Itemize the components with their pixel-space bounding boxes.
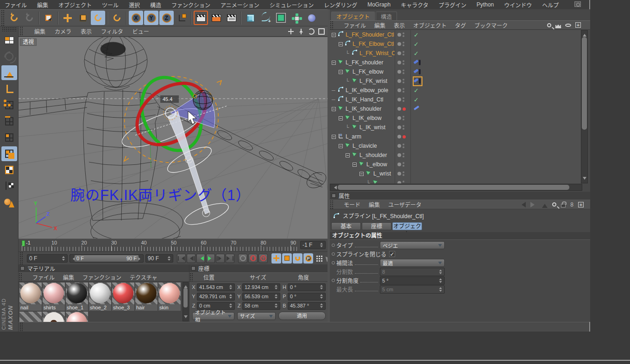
- add-spline-button[interactable]: [258, 11, 273, 25]
- visibility-dot-stack[interactable]: [403, 60, 404, 65]
- object-manager-grip[interactable]: [330, 21, 334, 29]
- object-row-L_FK_elbow[interactable]: L_FK_elbow: [330, 67, 582, 76]
- use-model-mode-button[interactable]: [1, 49, 17, 64]
- field-stepper[interactable]: [228, 283, 233, 291]
- use-polygon-mode-button[interactable]: [1, 130, 17, 145]
- activation-dot[interactable]: [397, 116, 401, 120]
- material-scrollbar[interactable]: [183, 282, 189, 321]
- 分割角度-field[interactable]: 5 °: [380, 276, 445, 285]
- viewport-menu-grip[interactable]: [19, 26, 24, 36]
- history-back-icon[interactable]: [519, 202, 526, 207]
- object-row-L_clavicle[interactable]: L_clavicle: [330, 141, 582, 151]
- autokeying-button[interactable]: ( ): [248, 254, 258, 263]
- use-animation-mode-button[interactable]: [1, 146, 17, 161]
- expander-icon[interactable]: [332, 107, 336, 111]
- material-shoe_3[interactable]: shoe_3: [112, 282, 134, 311]
- timeline-ruler[interactable]: -1 102030405060708090 -1 F: [19, 238, 328, 251]
- rotate-view-icon[interactable]: [308, 28, 315, 35]
- visibility-dot-stack[interactable]: [403, 171, 404, 176]
- attr-tab-基本[interactable]: 基本: [331, 222, 361, 230]
- play-backward-button[interactable]: [196, 254, 205, 263]
- material-partial-1[interactable]: [43, 312, 65, 322]
- タイプ-dropdown[interactable]: ベジエ: [380, 241, 445, 249]
- visibility-dot-stack[interactable]: [403, 32, 404, 37]
- visibility-dots[interactable]: [395, 67, 410, 76]
- preview-range-handle[interactable]: 0 F 90 F: [75, 255, 139, 262]
- om-menu-ファイル[interactable]: ファイル: [344, 21, 366, 29]
- current-frame-field[interactable]: -1 F: [300, 241, 326, 249]
- object-name[interactable]: L_FK_Wrist_Ctl: [359, 50, 395, 56]
- object-name[interactable]: L_shoulder: [359, 152, 387, 158]
- visibility-dots[interactable]: [395, 86, 410, 95]
- object-row-L_IK_elbow[interactable]: L_IK_elbow: [330, 113, 582, 123]
- object-name[interactable]: L_IK_Hand_Ctl: [346, 96, 383, 103]
- rotate-button[interactable]: [91, 11, 105, 25]
- menu-ウインドウ[interactable]: ウインドウ: [504, 1, 532, 9]
- maximize-view-icon[interactable]: [318, 28, 325, 35]
- activation-dot[interactable]: [397, 61, 401, 64]
- expander-icon[interactable]: [332, 135, 336, 139]
- activation-dot[interactable]: [397, 33, 401, 37]
- visibility-dot-stack[interactable]: [403, 125, 404, 130]
- rotation-p-field[interactable]: 0 °: [288, 293, 326, 301]
- attr-add-panel-icon[interactable]: +: [578, 202, 584, 207]
- render-settings-button[interactable]: [224, 11, 239, 25]
- viewport-menu-表示[interactable]: 表示: [81, 27, 92, 35]
- visibility-dot-stack[interactable]: [403, 42, 404, 46]
- expander-icon[interactable]: [346, 153, 350, 157]
- material-shoe_1[interactable]: shoe_1: [66, 282, 88, 311]
- undo-button[interactable]: [7, 11, 21, 25]
- object-row-L_FK_wrist[interactable]: └L_FK_wrist: [330, 76, 582, 86]
- visibility-dots[interactable]: [395, 169, 410, 178]
- 補間法-dropdown[interactable]: 最適: [380, 259, 445, 267]
- object-manager-hscrollbar[interactable]: [330, 184, 582, 191]
- lock-z-button[interactable]: Z: [159, 11, 174, 25]
- object-name[interactable]: L_FK_Elbow_Ctl: [353, 41, 394, 47]
- rotation-h-field[interactable]: 0 °: [288, 283, 326, 291]
- field-stepper[interactable]: [319, 302, 323, 309]
- object-name[interactable]: L_elbow: [366, 161, 387, 168]
- visibility-dot-stack[interactable]: [403, 88, 404, 93]
- menu-MoGraph[interactable]: MoGraph: [367, 1, 391, 8]
- parent-object-icon[interactable]: [542, 201, 548, 208]
- visibility-dot-stack[interactable]: [403, 79, 404, 83]
- visibility-dots[interactable]: [395, 39, 410, 49]
- expander-icon[interactable]: [339, 116, 343, 120]
- field-stepper[interactable]: [274, 283, 278, 291]
- expander-icon[interactable]: [339, 70, 343, 74]
- menu-プラグイン[interactable]: プラグイン: [439, 1, 466, 9]
- use-texture-mode-button[interactable]: [1, 163, 17, 177]
- keyable-ring-icon[interactable]: [332, 244, 335, 247]
- viewport-menu-ビュー[interactable]: ビュー: [132, 27, 149, 35]
- object-name[interactable]: L_wrist: [373, 170, 391, 177]
- key-scale-button[interactable]: [282, 253, 292, 264]
- menu-構造[interactable]: 構造: [150, 1, 161, 9]
- menu-ツール[interactable]: ツール: [102, 1, 119, 9]
- attribute-menu-grip[interactable]: [330, 200, 334, 209]
- pan-view-icon[interactable]: [288, 28, 294, 35]
- object-name[interactable]: L_arm: [346, 133, 361, 140]
- tab-オブジェクト[interactable]: オブジェクト: [331, 12, 375, 21]
- rotation-b-field[interactable]: 45.387 °: [288, 302, 326, 310]
- use-edge-mode-button[interactable]: [1, 114, 17, 129]
- object-row-L_FK_Wrist_Ctl[interactable]: └L_FK_Wrist_Ctl✓: [330, 49, 582, 58]
- key-parameter-button[interactable]: P: [303, 253, 313, 264]
- zoom-view-icon[interactable]: [298, 28, 304, 35]
- field-stepper[interactable]: [228, 293, 233, 300]
- range-end-field[interactable]: 90 F: [145, 254, 173, 263]
- object-row-L_IK_shoulder[interactable]: L_IK_shoulder: [330, 104, 582, 113]
- om-menu-編集[interactable]: 編集: [374, 21, 385, 29]
- expander-icon[interactable]: [353, 163, 357, 167]
- key-position-button[interactable]: [271, 253, 281, 264]
- viewport-menu-フィルタ[interactable]: フィルタ: [101, 27, 123, 35]
- menu-Python[interactable]: Python: [477, 1, 494, 8]
- position-y-field[interactable]: 429.791 cm: [197, 293, 235, 301]
- frame-stepper[interactable]: [319, 241, 323, 249]
- visibility-dot-stack[interactable]: [403, 153, 404, 157]
- menu-アニメーション[interactable]: アニメーション: [220, 1, 259, 9]
- om-menu-オブジェクト[interactable]: オブジェクト: [413, 21, 447, 29]
- object-name[interactable]: L_IK_elbow_pole: [346, 87, 388, 94]
- snap-settings-button[interactable]: [1, 195, 17, 210]
- visibility-dot-stack[interactable]: [403, 69, 404, 74]
- enabled-red-dot[interactable]: [403, 135, 406, 138]
